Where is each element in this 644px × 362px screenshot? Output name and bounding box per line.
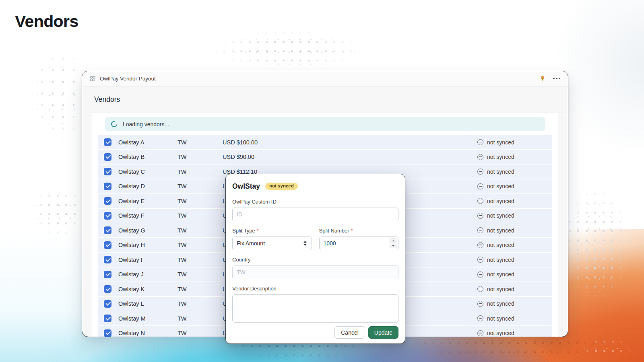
circle-minus-icon [477,301,483,307]
cancel-button[interactable]: Cancel [334,326,365,339]
spinner-icon [110,120,118,128]
row-checkbox[interactable] [104,183,111,190]
window-header: OwlPay Vendor Payout [82,71,568,86]
row-checkbox[interactable] [104,168,111,175]
row-checkbox[interactable] [104,315,111,322]
stepper-up-button[interactable] [390,239,396,243]
row-checkbox[interactable] [104,329,111,337]
update-button[interactable]: Update [368,326,398,339]
row-checkbox[interactable] [104,226,111,234]
vendor-name: Owlstay C [118,169,178,175]
status-text: not synced [487,300,514,307]
more-options-button[interactable] [553,76,560,81]
vendor-name: Owlstay I [118,257,178,263]
status-text: not synced [487,257,514,263]
row-checkbox[interactable] [104,138,111,146]
split-type-select[interactable]: Fix Amount [232,237,312,250]
up-down-arrows-icon [303,241,307,246]
dot-pattern [575,337,637,360]
sync-status: not synced [470,297,552,311]
row-checkbox[interactable] [104,256,111,263]
sync-status: not synced [470,135,552,149]
sync-status: not synced [470,209,552,223]
vendor-country: TW [178,330,223,336]
section-header: Vendors [82,86,568,113]
circle-minus-icon [477,154,483,160]
circle-minus-icon [477,272,483,278]
vendor-country: TW [178,271,223,278]
stepper-down-button[interactable] [390,244,396,248]
dot-pattern [557,180,636,307]
vendor-country: TW [178,257,223,263]
vendor-country: TW [178,198,223,204]
sync-status: not synced [470,311,552,325]
status-text: not synced [487,212,514,219]
country-input[interactable] [232,265,398,279]
vendor-name: Owlstay D [118,183,178,189]
vendor-name: Owlstay M [118,315,178,322]
loading-text: Loading vendors... [123,121,169,128]
edit-vendor-modal: OwlStay not synced OwlPay Custom ID Spli… [225,174,405,344]
row-checkbox[interactable] [104,300,111,308]
vendor-name: Owlstay L [118,300,178,307]
status-text: not synced [487,183,514,189]
vendor-name: Owlstay F [118,212,178,219]
pin-icon[interactable] [539,76,546,82]
vendor-country: TW [178,154,223,160]
sync-status: not synced [470,223,552,237]
dot-pattern [28,182,91,240]
sync-status: not synced [470,326,552,337]
table-row[interactable]: Owlstay B TW USD $90.00 not synced [98,150,552,164]
sync-status: not synced [470,150,552,164]
description-textarea[interactable] [232,294,398,323]
row-checkbox[interactable] [104,241,111,249]
circle-minus-icon [477,198,483,204]
row-checkbox[interactable] [104,271,111,278]
circle-minus-icon [477,330,483,336]
row-checkbox[interactable] [104,285,111,293]
vendor-name: Owlstay H [118,242,178,248]
circle-minus-icon [477,286,483,292]
split-number-label: Split Number * [319,228,399,234]
vendor-name: Owlstay N [118,330,178,336]
custom-id-input[interactable] [232,208,398,221]
status-text: not synced [487,330,514,336]
vendor-country: TW [178,286,223,292]
circle-minus-icon [477,139,483,145]
vendor-country: TW [178,183,223,189]
row-checkbox[interactable] [104,153,111,161]
vendor-name: Owlstay K [118,286,178,292]
modal-title: OwlStay [232,182,260,191]
status-text: not synced [487,227,514,234]
sync-status: not synced [470,282,552,296]
vendor-name: Owlstay B [118,154,178,160]
status-text: not synced [487,139,514,146]
sync-status: not synced [470,165,552,179]
status-text: not synced [487,286,514,292]
section-title: Vendors [94,95,120,104]
row-checkbox[interactable] [104,197,111,205]
circle-minus-icon [477,315,483,321]
vendor-country: TW [178,212,223,219]
circle-minus-icon [477,183,483,189]
dot-pattern [203,28,372,72]
grid-icon [90,76,96,82]
table-row[interactable]: Owlstay A TW USD $100.00 not synced [98,135,552,149]
status-text: not synced [487,271,514,278]
vendor-name: Owlstay J [118,271,178,278]
status-text: not synced [487,242,514,248]
sync-status: not synced [470,238,552,252]
status-text: not synced [487,315,514,322]
vendor-amount: USD $100.00 [223,139,470,146]
page-title: Vendors [15,12,78,31]
vendor-country: TW [178,169,223,175]
split-number-input[interactable] [319,237,399,250]
circle-minus-icon [477,169,483,175]
window-title: OwlPay Vendor Payout [100,76,156,82]
vendor-name: Owlstay A [118,139,178,146]
vendor-country: TW [178,300,223,307]
vendor-country: TW [178,227,223,234]
row-checkbox[interactable] [104,212,111,220]
description-label: Vendor Description [232,286,398,292]
circle-minus-icon [477,227,483,233]
